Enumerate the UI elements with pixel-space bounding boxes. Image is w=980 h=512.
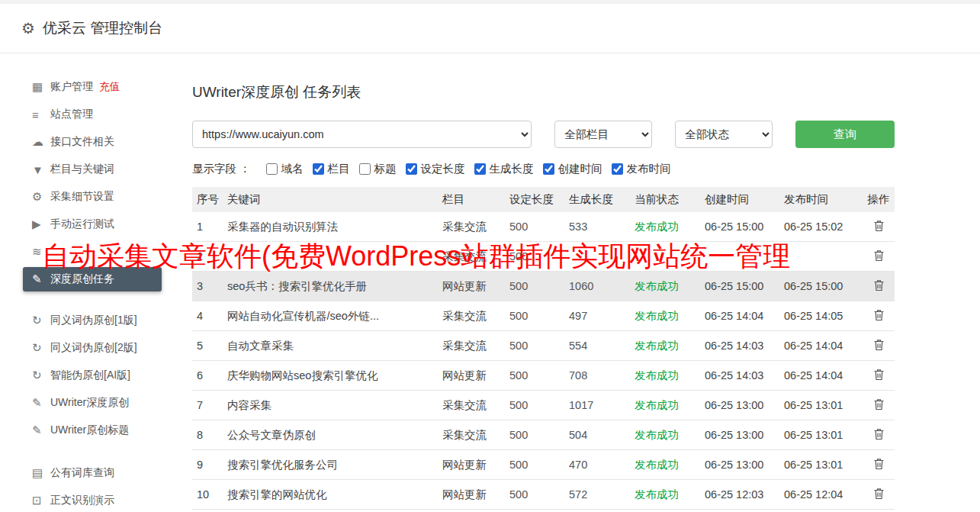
cell-column: 网站更新 <box>438 272 505 301</box>
status-badge: 发布成功 <box>630 361 700 391</box>
field-column[interactable]: 栏目 <box>313 162 350 176</box>
sidebar-item-uwriter-original-title[interactable]: ✎ UWriter原创标题 <box>0 417 191 444</box>
sidebar-item-interface-files[interactable]: ☁ 接口文件相关 <box>0 128 191 156</box>
trash-icon[interactable] <box>873 369 885 381</box>
cell-gen-length: 708 <box>564 361 630 391</box>
cell-keyword: 内容采集 <box>223 391 438 420</box>
field-published-time[interactable]: 发布时间 <box>612 162 671 176</box>
status-badge: 发布成功 <box>630 212 700 242</box>
cell-created: 06-25 15:00 <box>700 272 779 301</box>
cell-gen-length: 497 <box>564 301 630 331</box>
trash-icon[interactable] <box>873 339 885 351</box>
trash-icon[interactable] <box>873 220 885 232</box>
trash-icon[interactable] <box>873 250 885 262</box>
field-set-length[interactable]: 设定长度 <box>406 162 465 176</box>
sidebar-item-label: 公有词库查询 <box>50 466 114 480</box>
table-row: 2 采集交流 500 <box>192 242 895 272</box>
domain-checkbox[interactable] <box>266 163 278 175</box>
bar-chart-icon: ▦ <box>32 80 50 94</box>
trash-icon[interactable] <box>873 458 885 470</box>
status-badge: 发布成功 <box>630 301 700 331</box>
trash-icon[interactable] <box>873 488 885 500</box>
cell-index: 8 <box>192 420 223 450</box>
field-domain[interactable]: 域名 <box>266 162 304 176</box>
status-badge: 发布成功 <box>630 450 700 480</box>
sidebar-item-uwriter-deep-original[interactable]: ✎ UWriter深度原创 <box>0 389 191 417</box>
sidebar-item-columns-keywords[interactable]: ▼ 栏目与关键词 <box>0 156 191 183</box>
cell-created: 06-25 14:03 <box>700 361 779 391</box>
status-badge: 发布成功 <box>630 480 700 510</box>
created-time-checkbox[interactable] <box>543 163 554 175</box>
cell-set-length: 500 <box>505 272 564 301</box>
sidebar-item-label: 站点管理 <box>50 108 93 121</box>
cell-gen-length: 572 <box>564 480 630 510</box>
cell-column: 网站更新 <box>438 450 505 480</box>
table-row: 1 采集器的自动识别算法 采集交流 500 533 发布成功 06-25 15:… <box>192 212 895 242</box>
sidebar-item-manual-run-test[interactable]: ▶ 手动运行测试 <box>0 211 191 238</box>
gen-length-checkbox[interactable] <box>474 163 486 175</box>
trash-icon[interactable] <box>873 309 885 321</box>
refresh-icon: ↻ <box>32 341 50 355</box>
cell-gen-length: 1017 <box>564 391 630 420</box>
cell-published: 06-25 15:02 <box>779 212 863 242</box>
sidebar-item-obscured[interactable]: ≋ <box>0 238 191 266</box>
title-checkbox[interactable] <box>359 163 371 175</box>
sidebar-item-deep-original-tasks[interactable]: ✎ 深度原创任务 <box>23 267 162 291</box>
table-row: 4 网站自动化宣传机器/seo外链... 采集交流 500 497 发布成功 0… <box>192 301 895 331</box>
display-fields-label: 显示字段 ： <box>192 162 251 176</box>
field-gen-length[interactable]: 生成长度 <box>474 162 534 176</box>
field-title[interactable]: 标题 <box>359 162 397 176</box>
column-checkbox[interactable] <box>313 163 324 175</box>
status-select[interactable]: 全部状态 <box>675 121 773 148</box>
cell-published: 06-25 13:01 <box>779 420 863 450</box>
set-length-checkbox[interactable] <box>406 163 417 175</box>
status-badge: 发布成功 <box>630 331 700 361</box>
site-select[interactable]: https://www.ucaiyun.com <box>192 121 532 148</box>
book-icon: ▤ <box>32 466 50 480</box>
cell-published: 06-25 15:00 <box>779 272 863 301</box>
sidebar-item-account[interactable]: ▦ 账户管理 充值 <box>0 73 191 101</box>
column-select[interactable]: 全部栏目 <box>554 121 652 148</box>
cell-set-length: 500 <box>505 361 564 391</box>
status-badge: 发布成功 <box>630 391 700 420</box>
cell-published: 06-25 13:01 <box>779 391 863 420</box>
play-circle-icon: ▶ <box>32 217 50 231</box>
field-label: 标题 <box>374 162 397 176</box>
trash-icon[interactable] <box>873 428 885 440</box>
cell-set-length: 500 <box>505 420 564 450</box>
field-label: 设定长度 <box>421 162 465 176</box>
cell-keyword: 网站自动化宣传机器/seo外链... <box>223 301 438 331</box>
cell-keyword: 搜索引擎的网站优化 <box>223 480 438 510</box>
cell-gen-length: 533 <box>564 212 630 242</box>
sidebar-item-synonym-rewrite-v2[interactable]: ↻ 同义词伪原创[2版] <box>0 334 191 362</box>
sidebar: ▦ 账户管理 充值 ≡ 站点管理 ☁ 接口文件相关 ▼ 栏目与关键词 ⚙ 采集细… <box>0 53 191 512</box>
cell-gen-length <box>564 242 630 272</box>
cell-published: 06-25 14:05 <box>779 301 863 331</box>
trash-icon[interactable] <box>873 279 885 291</box>
cell-index: 3 <box>192 272 223 301</box>
list-icon: ≡ <box>32 108 50 121</box>
table-row: 10 搜索引擎的网站优化 网站更新 500 572 发布成功 06-25 12:… <box>192 480 895 510</box>
table-row: 8 公众号文章伪原创 采集交流 500 504 发布成功 06-25 13:00… <box>192 420 895 450</box>
cell-column: 采集交流 <box>438 420 505 450</box>
sidebar-item-sites[interactable]: ≡ 站点管理 <box>0 101 191 128</box>
published-time-checkbox[interactable] <box>612 163 623 175</box>
status-badge <box>630 242 700 272</box>
sidebar-item-collect-settings[interactable]: ⚙ 采集细节设置 <box>0 183 191 211</box>
cell-gen-length: 504 <box>564 420 630 450</box>
table-row: 7 内容采集 采集交流 500 1017 发布成功 06-25 13:00 06… <box>192 391 895 420</box>
trash-icon[interactable] <box>873 398 885 411</box>
sidebar-item-ai-rewrite[interactable]: ↻ 智能伪原创[AI版] <box>0 362 191 389</box>
cell-set-length: 500 <box>505 331 564 361</box>
header-status: 当前状态 <box>630 187 700 212</box>
recharge-badge[interactable]: 充值 <box>99 80 120 94</box>
sidebar-item-label: 深度原创任务 <box>50 272 114 286</box>
sidebar-item-content-recognition-demo[interactable]: ⊡ 正文识别演示 <box>0 487 191 512</box>
field-created-time[interactable]: 创建时间 <box>543 162 602 176</box>
query-button[interactable]: 查询 <box>795 121 895 148</box>
sidebar-group-rewrite: ↻ 同义词伪原创[1版] ↻ 同义词伪原创[2版] ↻ 智能伪原创[AI版] ✎… <box>0 307 191 444</box>
sidebar-item-public-lexicon[interactable]: ▤ 公有词库查询 <box>0 459 191 487</box>
header-created: 创建时间 <box>700 187 779 212</box>
sidebar-item-synonym-rewrite-v1[interactable]: ↻ 同义词伪原创[1版] <box>0 307 191 334</box>
header-gen-length: 生成长度 <box>564 187 630 212</box>
